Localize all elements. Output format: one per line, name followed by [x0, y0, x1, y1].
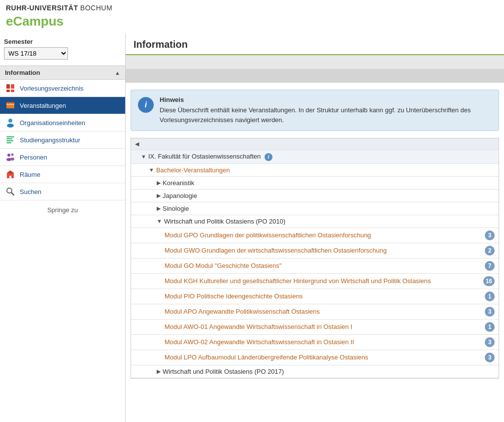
- tree-row[interactable]: Modul GWO Grundlagen der wirtschaftswiss…: [131, 243, 499, 259]
- tree-arrow-right: ▶: [157, 205, 161, 212]
- tree-row[interactable]: ▶ Japanologie: [131, 190, 499, 202]
- tree-row[interactable]: Modul KGH Kultureller und gesellschaftli…: [131, 274, 499, 289]
- badge: 16: [483, 276, 495, 286]
- tree-row[interactable]: Modul AWO-01 Angewandte Wirtschaftswisse…: [131, 320, 499, 335]
- tree-arrow-right: ▶: [157, 193, 161, 199]
- badge: 1: [485, 322, 495, 332]
- svg-line-22: [11, 193, 14, 195]
- sidebar-item-vorlesungsverzeichnis[interactable]: Vorlesungsverzeichnis: [0, 80, 125, 97]
- svg-rect-5: [8, 101, 9, 103]
- info-icon: i: [265, 153, 272, 161]
- ecampus-logo: eCampus: [6, 14, 64, 29]
- hinweis-icon: i: [138, 97, 154, 113]
- tree-link[interactable]: Modul AWO-02 Angewandte Wirtschaftswisse…: [165, 338, 481, 346]
- raume-label: Räume: [20, 171, 40, 178]
- sidebar-item-personen[interactable]: Personen: [0, 149, 125, 166]
- tree-node-text: Wirtschaft und Politik Ostasiens (PO 201…: [163, 368, 495, 375]
- tree-link[interactable]: Modul APO Angewandte Politikwissenschaft…: [165, 308, 481, 315]
- tree-row[interactable]: ◀: [131, 138, 499, 150]
- personen-label: Personen: [20, 154, 47, 161]
- tree-table: ◀ ▼ IX. Fakultät für Ostasienwissenschaf…: [131, 138, 499, 379]
- svg-rect-11: [6, 138, 12, 139]
- tree-link[interactable]: Modul AWO-01 Angewandte Wirtschaftswisse…: [165, 323, 481, 330]
- vorlesungsverzeichnis-icon: [5, 83, 16, 94]
- tree-row[interactable]: Modul APO Angewandte Politikwissenschaft…: [131, 304, 499, 320]
- svg-point-17: [10, 158, 14, 161]
- tree-row[interactable]: ▶ Wirtschaft und Politik Ostasiens (PO 2…: [131, 365, 499, 378]
- tree-link[interactable]: Modul PIO Politische Ideengeschichte Ost…: [165, 292, 481, 300]
- badge: 1: [485, 292, 495, 301]
- svg-rect-4: [6, 102, 14, 108]
- svg-rect-10: [6, 136, 14, 137]
- tree-link[interactable]: Modul KGH Kultureller und gesellschaftli…: [165, 277, 479, 285]
- organisationseinheiten-icon: [5, 117, 16, 128]
- tree-row[interactable]: Modul LPO Aufbaumodul Länderübergreifend…: [131, 350, 499, 365]
- tree-row[interactable]: ▼ Wirtschaft und Politik Ostasiens (PO 2…: [131, 215, 499, 228]
- tree-node-text: IX. Fakultät für Ostasienwissenschaften …: [148, 153, 495, 161]
- tree-node-text: Wirtschaft und Politik Ostasiens (PO 201…: [164, 218, 495, 225]
- svg-rect-3: [11, 90, 14, 92]
- tree-row[interactable]: ▶ Sinologie: [131, 202, 499, 215]
- tree-node-text: Japanologie: [163, 192, 495, 199]
- header: RUHR-UNIVERSITÄT BOCHUM eCampus: [0, 0, 504, 33]
- svg-rect-20: [9, 176, 11, 178]
- badge: 3: [485, 307, 495, 317]
- tab-bar: [126, 69, 504, 83]
- tree-arrow-right: ▶: [157, 180, 161, 186]
- studiengangsstruktur-icon: [5, 134, 16, 145]
- tree-link[interactable]: Modul GO Modul "Geschichte Ostasiens": [165, 262, 481, 269]
- svg-rect-6: [12, 101, 13, 103]
- tree-arrow-down: ◀: [135, 141, 139, 147]
- tree-row[interactable]: ▶ Koreanistik: [131, 177, 499, 190]
- tree-link[interactable]: Modul LPO Aufbaumodul Länderübergreifend…: [165, 354, 481, 361]
- vorlesungsverzeichnis-label: Vorlesungsverzeichnis: [20, 85, 83, 92]
- uni-name: RUHR-UNIVERSITÄT BOCHUM: [6, 4, 498, 12]
- sidebar-nav-header: Information ▲: [0, 65, 125, 80]
- tree-row[interactable]: ▼ IX. Fakultät für Ostasienwissenschafte…: [131, 150, 499, 164]
- tree-node-text: Sinologie: [163, 205, 495, 212]
- svg-marker-19: [6, 170, 14, 173]
- sidebar-item-organisationseinheiten[interactable]: Organisationseinheiten: [0, 114, 125, 131]
- studiengangsstruktur-label: Studiengangsstruktur: [20, 136, 80, 144]
- page-title: Information: [134, 39, 496, 50]
- tree-arrow-down: ▼: [157, 218, 162, 224]
- badge: 3: [485, 337, 495, 347]
- semester-select[interactable]: WS 17/18 SS 2017 WS 16/17: [4, 47, 68, 60]
- sidebar-item-studiengangsstruktur[interactable]: Studiengangsstruktur: [0, 131, 125, 149]
- veranstaltungen-label: Veranstaltungen: [20, 102, 66, 109]
- svg-point-9: [7, 124, 14, 128]
- svg-point-14: [7, 154, 10, 157]
- svg-point-8: [8, 119, 12, 123]
- nav-header-arrow: ▲: [115, 70, 120, 76]
- sidebar-nav: Information ▲ Vorlesungsverzeichnis: [0, 65, 125, 200]
- svg-point-16: [11, 154, 14, 156]
- sidebar-item-suchen[interactable]: Suchen: [0, 183, 125, 200]
- semester-label: Semester: [4, 38, 121, 45]
- sidebar-item-veranstaltungen[interactable]: Veranstaltungen: [0, 97, 125, 114]
- breadcrumb-bar: [126, 55, 504, 69]
- badge: 3: [485, 353, 495, 362]
- sidebar-item-raume[interactable]: Räume: [0, 166, 125, 183]
- svg-rect-0: [6, 84, 10, 89]
- personen-icon: [5, 152, 16, 162]
- tree-row[interactable]: Modul AWO-02 Angewandte Wirtschaftswisse…: [131, 335, 499, 350]
- organisationseinheiten-label: Organisationseinheiten: [20, 119, 85, 127]
- tree-link[interactable]: Modul GWO Grundlagen der wirtschaftswiss…: [165, 247, 481, 254]
- veranstaltungen-icon: [5, 100, 16, 111]
- tree-arrow-down: ▼: [149, 167, 154, 173]
- badge: 2: [485, 246, 495, 256]
- svg-rect-13: [6, 142, 11, 143]
- tree-node-text: Koreanistik: [163, 179, 495, 187]
- tree-link[interactable]: Modul GPO Grundlagen der politikwissensc…: [165, 231, 481, 239]
- tree-row[interactable]: Modul PIO Politische Ideengeschichte Ost…: [131, 289, 499, 304]
- badge: 7: [485, 261, 495, 271]
- tree-row[interactable]: Modul GPO Grundlagen der politikwissensc…: [131, 228, 499, 243]
- raume-icon: [5, 169, 16, 180]
- tree-row[interactable]: Modul GO Modul "Geschichte Ostasiens" 7: [131, 259, 499, 274]
- main-content: Information i Hinweis Diese Überschrift …: [126, 33, 504, 422]
- tree-row[interactable]: ▼ Bachelor-Veranstaltungen: [131, 164, 499, 177]
- main-header: Information: [126, 33, 504, 55]
- tree-link[interactable]: Bachelor-Veranstaltungen: [156, 166, 495, 174]
- hinweis-body: Diese Überschrift enthält keine Veransta…: [160, 105, 492, 125]
- svg-rect-2: [6, 90, 10, 92]
